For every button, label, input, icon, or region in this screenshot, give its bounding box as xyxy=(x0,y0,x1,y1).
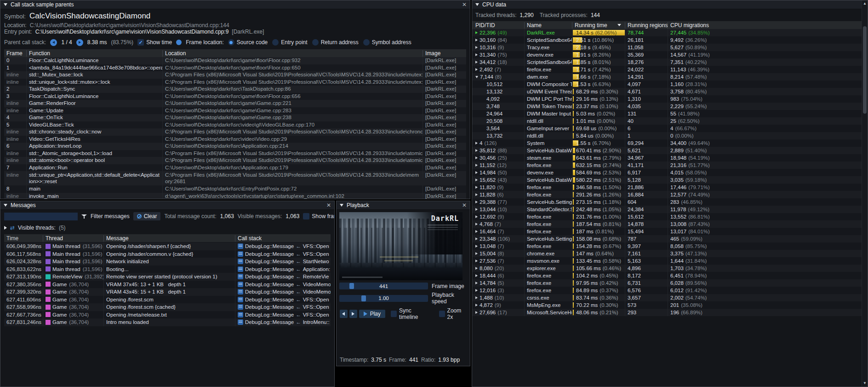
cpu-titlebar[interactable]: CPU data xyxy=(472,0,868,9)
callstack-cell[interactable]: DebugLog::Message←VFS::Open xyxy=(235,250,331,258)
cpu-row[interactable]: 4,092DWM LPC Port Thread29.16 ms(0.13%)1… xyxy=(472,95,862,103)
messages-titlebar[interactable]: Messages ✕ xyxy=(0,201,334,210)
callstack-cell[interactable]: DebugLog::Message←VideoMemo xyxy=(235,281,331,289)
expand-arrow-icon[interactable] xyxy=(475,31,478,34)
column-image[interactable]: Image xyxy=(423,50,466,57)
zoom-2x-checkbox[interactable]: Zoom 2x xyxy=(439,307,467,320)
cpu-row[interactable]: 12,016(3)firefox.exe84.89 ms(0.37%)6,576… xyxy=(472,287,862,294)
collapse-arrow-icon[interactable] xyxy=(475,76,478,78)
column-callstack[interactable]: Call stack xyxy=(235,235,331,242)
message-row[interactable]: 627,558,996nsGame(36,704)Opening /forest… xyxy=(4,303,331,311)
sort-desc-icon[interactable] xyxy=(617,24,621,26)
cpu-row[interactable]: 30,160(84)ScriptedSandbox64.exe2.51 s(10… xyxy=(472,36,862,44)
callstack-row[interactable]: 2TaskDispatch::SyncC:\Users\wolf\Desktop… xyxy=(4,86,466,93)
frame-location-radio-entry-point[interactable]: Entry point xyxy=(272,39,307,46)
expand-arrow-icon[interactable] xyxy=(475,171,478,174)
cpu-row[interactable]: 35,812(88)ServiceHub.DataWarehou670.41 m… xyxy=(472,147,862,154)
expand-arrow-icon[interactable] xyxy=(475,267,478,270)
close-icon[interactable]: ✕ xyxy=(462,202,467,208)
cpu-row[interactable]: 11,820(9)firefox.exe346.58 ms(1.50%)21,8… xyxy=(472,184,862,191)
column-running-regions[interactable]: Running regions xyxy=(625,22,668,29)
expand-arrow-icon[interactable] xyxy=(475,193,478,196)
expand-arrow-icon[interactable] xyxy=(475,304,478,306)
column-frame[interactable]: Frame xyxy=(4,50,26,57)
collapse-icon[interactable] xyxy=(475,3,479,6)
cpu-row[interactable]: 12,692(9)firefox.exe231.76 ms(1.00%)15,6… xyxy=(472,213,862,220)
callstack-cell[interactable]: DebugLog::Message←VideoMemo xyxy=(235,288,331,296)
cpu-row[interactable]: 30,456(25)steam.exe643.61 ms(2.79%)34,96… xyxy=(472,154,862,162)
message-row[interactable]: 627,380,356nsGame(36,704)VRAM 37x45: 13 … xyxy=(4,281,331,289)
collapse-icon[interactable] xyxy=(340,204,343,207)
cpu-row[interactable]: 3,564GameInput server69.68 us(0.00%)64(6… xyxy=(472,125,862,132)
cpu-row[interactable]: 7,144(8)dwm.exe1.66 s(7.18%)14,2918,214(… xyxy=(472,73,862,81)
message-row[interactable]: 606,049,398nsMain thread(31,596)Opening … xyxy=(4,243,331,250)
expand-arrow-icon[interactable] xyxy=(475,274,478,277)
expand-arrow-icon[interactable] xyxy=(475,296,478,299)
message-row[interactable]: 627,313,190nsRemoteView(31,392)Remote vi… xyxy=(4,273,331,281)
expand-arrow-icon[interactable] xyxy=(475,289,478,292)
show-frame-checkbox[interactable]: Show frame xyxy=(303,213,335,219)
callstack-row[interactable]: 3Floor::CalcLightNoLuminanceC:\Users\wol… xyxy=(4,93,466,100)
cpu-row[interactable]: 10,316(9)Tracy.exe2.18 s(9.45%)11,0585,6… xyxy=(472,44,862,51)
expand-icon[interactable] xyxy=(4,226,7,230)
frame-location-radio-source-code[interactable]: Source code xyxy=(228,39,268,46)
callstack-cell[interactable]: DebugLog::Message←StartNetwo xyxy=(235,258,331,266)
callstack-row[interactable]: 8mainC:\Users\wolf\Desktop\darkrl\src\En… xyxy=(4,185,466,193)
expand-arrow-icon[interactable] xyxy=(475,237,478,240)
cpu-row[interactable]: 11,828(6)firefox.exe291.26 ms(1.26%)16,8… xyxy=(472,191,862,198)
message-row[interactable]: 627,411,606nsGame(36,704)Opening /forest… xyxy=(4,296,331,304)
expand-arrow-icon[interactable] xyxy=(475,179,478,181)
close-icon[interactable]: ✕ xyxy=(326,202,331,208)
collapse-icon[interactable] xyxy=(4,3,7,6)
callstack-row[interactable]: 0Floor::CalcLightNoLuminanceC:\Users\wol… xyxy=(4,57,466,64)
cpu-row[interactable]: 15,652(43)ServiceHub.DataWarehou580.22 m… xyxy=(472,176,862,184)
callstack-row[interactable]: inlineVideo::GetTicksHiResC:\Users\wolf\… xyxy=(4,136,466,143)
cpu-row[interactable]: 14,784(5)firefox.exe97.95 ms(0.42%)6,731… xyxy=(472,279,862,287)
scroll-down-icon[interactable]: ▼ xyxy=(862,381,868,385)
step-forward-button[interactable] xyxy=(349,310,357,318)
cpu-row[interactable]: 20,508ntdll.dll1.01 ms(0.00%)4025(62.50%… xyxy=(472,117,862,125)
cpu-row[interactable]: 29,388(77)ServiceHub.SettingsHost273.15 … xyxy=(472,198,862,206)
cpu-table-header[interactable]: PID/TID Name Running time Running region… xyxy=(472,21,862,29)
callstack-cell[interactable]: DebugLog::Message←VFS::Open xyxy=(235,296,331,304)
expand-arrow-icon[interactable] xyxy=(475,149,478,152)
expand-arrow-icon[interactable] xyxy=(475,142,478,144)
column-time[interactable]: Time xyxy=(4,235,43,242)
frame-slider[interactable]: 441 xyxy=(339,283,428,289)
callstack-row[interactable]: inlineGame::RenderFloorC:\Users\wolf\Des… xyxy=(4,100,466,107)
speed-slider[interactable]: 1.00 xyxy=(339,295,428,302)
next-parent-button[interactable] xyxy=(76,39,83,46)
frame-location-radio-return-address[interactable]: Return address xyxy=(312,39,359,46)
visible-threads-row[interactable]: ⇄ Visible threads: (5) xyxy=(4,224,331,231)
expand-arrow-icon[interactable] xyxy=(475,311,478,314)
cpu-row[interactable]: 27,536(7)msvsmon.exe133.45 ms(0.58%)5,16… xyxy=(472,257,862,265)
cpu-row[interactable]: 31,340(75)devenv.exe1.91 s(8.26%)35,3691… xyxy=(472,51,862,58)
callstack-cell[interactable]: DebugLog::Message←Application: xyxy=(235,266,331,273)
scrollbar-thumb[interactable] xyxy=(863,26,867,114)
callstack-row[interactable]: inlineinvoke_maind:\agent\_work\63\s\src… xyxy=(4,193,466,200)
sync-timeline-checkbox[interactable]: Sync timeline xyxy=(391,307,430,320)
message-row[interactable]: 606,117,568nsMain thread(31,596)Opening … xyxy=(4,250,331,258)
message-row[interactable]: 627,399,320nsGame(36,704)VRAM 43x45: 15 … xyxy=(4,288,331,296)
callstack-row[interactable]: 5VideoGLBase::TickC:\Users\wolf\Desktop\… xyxy=(4,121,466,129)
cpu-row[interactable]: 16,464(7)firefox.exe187 ms(0.81%)15,4941… xyxy=(472,228,862,235)
clear-button[interactable]: Clear xyxy=(133,212,161,220)
scrollbar[interactable]: ▲ ▼ xyxy=(862,0,868,387)
expand-arrow-icon[interactable] xyxy=(475,245,478,248)
expand-arrow-icon[interactable] xyxy=(475,252,478,255)
callstack-row[interactable]: inlineGame::UpdateC:\Users\wolf\Desktop\… xyxy=(4,107,466,115)
frame-location-radio-symbol-address[interactable]: Symbol address xyxy=(363,39,411,46)
expand-arrow-icon[interactable] xyxy=(475,260,478,262)
close-icon[interactable]: ✕ xyxy=(462,1,467,8)
callstack-row[interactable]: 4Game::OnTickC:\Users\wolf\Desktop\darkr… xyxy=(4,114,466,121)
expand-arrow-icon[interactable] xyxy=(475,186,478,189)
cpu-row[interactable]: 13,048(7)firefox.exe154.28 ms(0.67%)9,39… xyxy=(472,243,862,250)
callstack-titlebar[interactable]: Call stack sample parents ✕ xyxy=(0,0,470,9)
cpu-row[interactable]: 13,132uDWM Event Thread68.29 ms(0.30%)4,… xyxy=(472,88,862,95)
expand-arrow-icon[interactable] xyxy=(475,230,478,233)
callstack-row[interactable]: 6Application::InnerLoopC:\Users\wolf\Des… xyxy=(4,143,466,150)
column-thread[interactable]: Thread xyxy=(43,235,103,242)
callstack-cell[interactable]: DebugLog::Message←IntroMenu:: xyxy=(235,318,331,326)
callstack-row[interactable]: inlinestd::_Mutex_base::lockC:\Program F… xyxy=(4,71,466,79)
cpu-row[interactable]: 27,696(17)Microsoft.ServiceHub.Co48.06 m… xyxy=(472,309,862,316)
